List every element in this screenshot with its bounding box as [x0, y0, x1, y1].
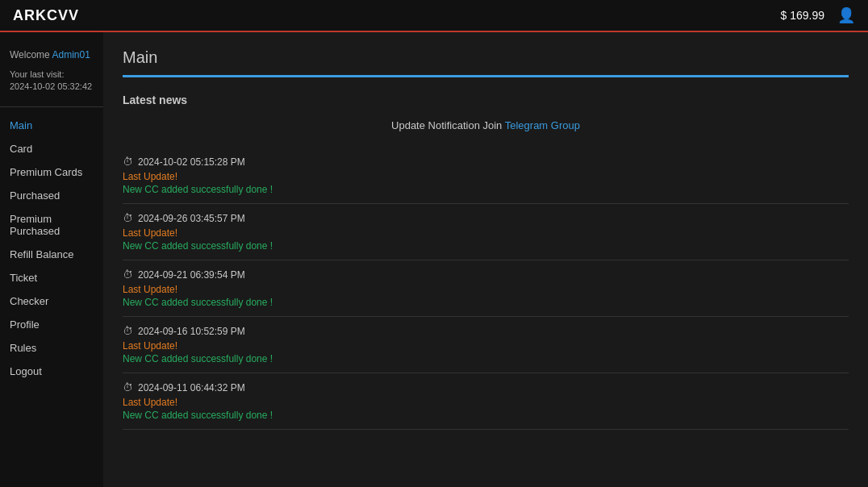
sidebar-item-logout[interactable]: Logout — [0, 360, 103, 383]
clock-icon: ⏱ — [123, 156, 133, 168]
layout: Welcome Admin01 Your last visit: 2024-10… — [0, 32, 868, 487]
sidebar-item-ticket[interactable]: Ticket — [0, 266, 103, 289]
clock-icon: ⏱ — [123, 212, 133, 224]
timestamp-text: 2024-10-02 05:15:28 PM — [138, 156, 245, 168]
news-message: New CC added successfully done ! — [123, 297, 849, 308]
notification-prefix: Update Notification Join — [391, 119, 502, 131]
sidebar-username: Admin01 — [52, 49, 90, 60]
clock-icon: ⏱ — [123, 268, 133, 281]
news-timestamp: ⏱2024-09-16 10:52:59 PM — [123, 325, 849, 337]
timestamp-text: 2024-09-11 06:44:32 PM — [138, 382, 245, 393]
sidebar-item-card[interactable]: Card — [0, 137, 103, 160]
timestamp-text: 2024-09-21 06:39:54 PM — [138, 269, 245, 281]
latest-news-header: Latest news — [123, 94, 849, 106]
sidebar-item-premium-purchased[interactable]: Premium Purchased — [0, 207, 103, 243]
sidebar-welcome: Welcome Admin01 — [0, 42, 103, 65]
sidebar: Welcome Admin01 Your last visit: 2024-10… — [0, 32, 103, 487]
timestamp-text: 2024-09-16 10:52:59 PM — [138, 326, 245, 337]
sidebar-item-purchased[interactable]: Purchased — [0, 184, 103, 207]
news-timestamp: ⏱2024-10-02 05:15:28 PM — [123, 156, 849, 168]
user-icon[interactable]: 👤 — [837, 6, 855, 24]
sidebar-item-main[interactable]: Main — [0, 114, 103, 137]
sidebar-divider — [0, 106, 103, 107]
balance-display: $ 169.99 — [781, 9, 825, 22]
news-last-update: Last Update! — [123, 340, 849, 352]
clock-icon: ⏱ — [123, 325, 133, 337]
news-item: ⏱2024-09-21 06:39:54 PMLast Update!New C… — [123, 260, 849, 317]
title-underline — [123, 75, 849, 77]
telegram-link[interactable]: Telegram Group — [505, 119, 580, 131]
news-message: New CC added successfully done ! — [123, 240, 849, 252]
news-item: ⏱2024-09-26 03:45:57 PMLast Update!New C… — [123, 204, 849, 260]
news-last-update: Last Update! — [123, 171, 849, 182]
news-list: ⏱2024-10-02 05:15:28 PMLast Update!New C… — [123, 148, 849, 430]
sidebar-last-visit: Your last visit: 2024-10-02 05:32:42 — [0, 65, 103, 103]
news-last-update: Last Update! — [123, 397, 849, 408]
news-message: New CC added successfully done ! — [123, 410, 849, 421]
sidebar-item-rules[interactable]: Rules — [0, 336, 103, 360]
timestamp-text: 2024-09-26 03:45:57 PM — [138, 213, 245, 224]
news-message: New CC added successfully done ! — [123, 184, 849, 195]
page-title: Main — [123, 48, 849, 67]
navbar: ARKCVV $ 169.99 👤 — [0, 0, 868, 32]
brand-logo: ARKCVV — [13, 7, 79, 24]
news-timestamp: ⏱2024-09-11 06:44:32 PM — [123, 381, 849, 393]
last-visit-label: Your last visit: — [10, 69, 94, 81]
news-item: ⏱2024-09-11 06:44:32 PMLast Update!New C… — [123, 373, 849, 430]
navbar-right: $ 169.99 👤 — [781, 6, 856, 24]
sidebar-item-refill-balance[interactable]: Refill Balance — [0, 243, 103, 266]
news-item: ⏱2024-10-02 05:15:28 PMLast Update!New C… — [123, 148, 849, 204]
last-visit-time: 2024-10-02 05:32:42 — [10, 81, 94, 93]
main-content: Main Latest news Update Notification Joi… — [103, 32, 868, 487]
news-last-update: Last Update! — [123, 284, 849, 295]
sidebar-item-checker[interactable]: Checker — [0, 289, 103, 313]
news-last-update: Last Update! — [123, 227, 849, 239]
news-timestamp: ⏱2024-09-26 03:45:57 PM — [123, 212, 849, 224]
news-timestamp: ⏱2024-09-21 06:39:54 PM — [123, 268, 849, 281]
sidebar-nav: MainCardPremium CardsPurchasedPremium Pu… — [0, 114, 103, 383]
sidebar-item-profile[interactable]: Profile — [0, 313, 103, 336]
news-message: New CC added successfully done ! — [123, 353, 849, 364]
sidebar-item-premium-cards[interactable]: Premium Cards — [0, 160, 103, 184]
welcome-label: Welcome — [10, 49, 52, 60]
news-item: ⏱2024-09-16 10:52:59 PMLast Update!New C… — [123, 317, 849, 373]
notification-bar: Update Notification Join Telegram Group — [123, 119, 849, 131]
clock-icon: ⏱ — [123, 381, 133, 393]
